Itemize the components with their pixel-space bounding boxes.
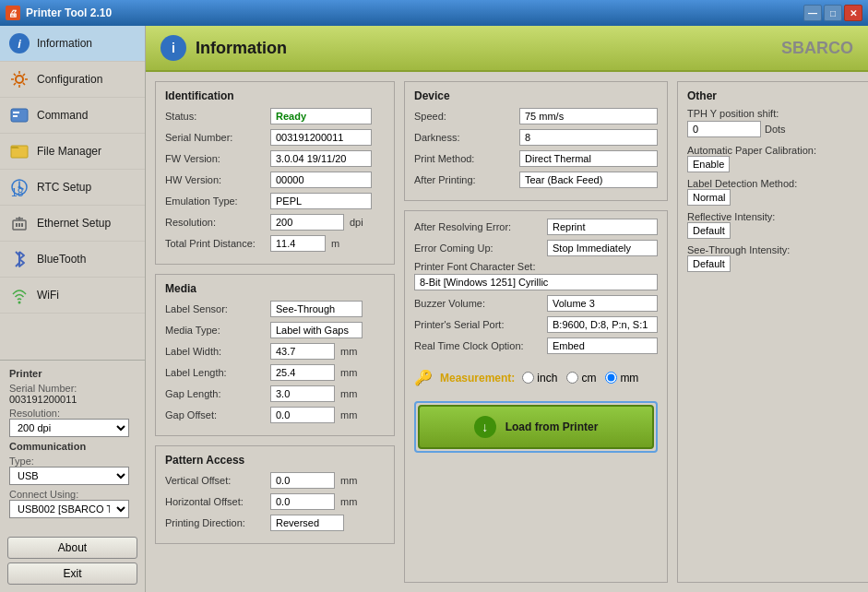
label-width-label: Label Width:	[165, 346, 267, 357]
media-type-value: Label with Gaps	[270, 322, 363, 338]
cm-option[interactable]: cm	[566, 372, 596, 385]
gap-length-value: 3.0	[270, 385, 335, 402]
print-distance-value: 11.4	[270, 235, 326, 252]
buzzer-value: Volume 3	[547, 295, 658, 312]
maximize-button[interactable]: □	[824, 5, 842, 21]
inch-option[interactable]: inch	[522, 372, 557, 385]
label-length-row: Label Length: 25.4 mm	[165, 364, 385, 381]
sidebar-item-command[interactable]: Command	[0, 98, 145, 134]
printing-direction-value: Reversed	[270, 515, 344, 531]
load-from-printer-button[interactable]: ↓ Load from Printer	[418, 405, 654, 449]
reflect-label: Reflective Intensity:	[687, 211, 861, 222]
gap-length-label: Gap Length:	[165, 388, 267, 399]
cm-label: cm	[581, 372, 596, 385]
fw-label: FW Version:	[165, 153, 267, 164]
pattern-access-title: Pattern Access	[165, 454, 385, 467]
rtc-option-value: Embed	[547, 337, 658, 354]
inch-label: inch	[537, 372, 557, 385]
sidebar-item-configuration[interactable]: Configuration	[0, 62, 145, 98]
label-width-row: Label Width: 43.7 mm	[165, 343, 385, 360]
hw-label: HW Version:	[165, 174, 267, 185]
sidebar-item-file-manager[interactable]: File Manager	[0, 134, 145, 170]
inch-radio[interactable]	[522, 372, 534, 384]
auto-paper-value: Enable	[687, 156, 730, 172]
minimize-button[interactable]: —	[803, 5, 822, 21]
exit-button[interactable]: Exit	[7, 562, 137, 585]
gap-offset-label: Gap Offset:	[165, 409, 267, 420]
resolution-dropdown[interactable]: 200 dpi 300 dpi	[9, 419, 129, 437]
label-length-unit: mm	[340, 367, 357, 378]
label-detect-field: Label Detection Method: Normal	[687, 178, 861, 204]
status-label: Status:	[165, 111, 267, 122]
reflect-intensity-field: Reflective Intensity: Default	[687, 211, 861, 237]
sidebar-item-information[interactable]: i Information	[0, 26, 145, 62]
label-width-unit: mm	[340, 346, 357, 357]
seethrough-value: Default	[687, 255, 731, 272]
horizontal-offset-unit: mm	[340, 496, 357, 507]
device-extra-section: After Resolving Error: Reprint Error Com…	[404, 210, 668, 583]
measurement-options: inch cm mm	[522, 372, 638, 385]
other-title: Other	[687, 89, 861, 102]
sidebar-label-rtc-setup: RTC Setup	[37, 181, 91, 194]
connect-dropdown[interactable]: USB002 [SBARCO T-	[9, 500, 129, 518]
sidebar-item-wifi[interactable]: WiFi	[0, 278, 145, 314]
sidebar-item-bluetooth[interactable]: BlueTooth	[0, 242, 145, 278]
cm-radio[interactable]	[566, 372, 578, 384]
after-resolving-label: After Resolving Error:	[414, 221, 543, 232]
identification-title: Identification	[165, 89, 385, 102]
printing-direction-row: Printing Direction: Reversed	[165, 515, 385, 531]
printing-direction-label: Printing Direction:	[165, 517, 267, 528]
emulation-value: PEPL	[270, 193, 372, 209]
identification-section: Identification Status: Ready Serial Numb…	[155, 81, 395, 265]
label-length-value: 25.4	[270, 364, 335, 381]
resolution-unit: dpi	[350, 217, 363, 228]
type-dropdown[interactable]: USB Serial Ethernet	[9, 467, 129, 485]
status-row: Status: Ready	[165, 108, 385, 124]
titlebar: 🖨 Printer Tool 2.10 — □ ✕	[0, 0, 868, 26]
rtc-option-label: Real Time Clock Option:	[414, 340, 543, 351]
sidebar-action-buttons: About Exit	[0, 529, 145, 592]
media-title: Media	[165, 282, 385, 295]
after-printing-value: Tear (Back Feed)	[519, 172, 658, 188]
font-charset-label: Printer Font Character Set:	[414, 261, 543, 272]
gap-offset-value: 0.0	[270, 407, 335, 423]
gap-length-row: Gap Length: 3.0 mm	[165, 385, 385, 402]
tph-field: TPH Y position shift: 0 Dots	[687, 108, 861, 137]
tph-unit: Dots	[765, 124, 786, 135]
tph-label: TPH Y position shift:	[687, 108, 861, 119]
svg-text:18: 18	[11, 186, 24, 197]
resolution-row: Resolution: 200 dpi	[165, 214, 385, 231]
resolution-label: Resolution:	[9, 408, 136, 419]
mm-radio[interactable]	[605, 372, 617, 384]
rtc-setup-icon: 18	[9, 177, 30, 197]
buzzer-row: Buzzer Volume: Volume 3	[414, 295, 658, 312]
sidebar-item-rtc-setup[interactable]: 18 RTC Setup	[0, 170, 145, 206]
window-title: Printer Tool 2.10	[26, 6, 798, 19]
error-coming-value: Stop Immediately	[547, 240, 658, 256]
resolution-field-label: Resolution:	[165, 217, 267, 228]
horizontal-offset-value: 0.0	[270, 493, 335, 510]
command-icon	[9, 105, 30, 125]
speed-row: Speed: 75 mm/s	[414, 108, 658, 124]
gap-length-unit: mm	[340, 388, 357, 399]
information-icon: i	[9, 33, 30, 53]
print-method-row: Print Method: Direct Thermal	[414, 150, 658, 167]
close-button[interactable]: ✕	[844, 5, 862, 21]
about-button[interactable]: About	[7, 537, 137, 559]
label-width-value: 43.7	[270, 343, 335, 360]
font-charset-value: 8-Bit [Windows 1251] Cyrillic	[414, 274, 658, 290]
other-section: Other TPH Y position shift: 0 Dots Autom…	[677, 81, 868, 583]
load-button-container: ↓ Load from Printer	[414, 401, 658, 453]
rtc-option-row: Real Time Clock Option: Embed	[414, 337, 658, 354]
type-label: Type:	[9, 456, 136, 467]
serial-label: Serial Number:	[165, 132, 267, 143]
svg-rect-2	[13, 112, 19, 113]
fw-row: FW Version: 3.0.04 19/11/20	[165, 150, 385, 167]
pattern-access-section: Pattern Access Vertical Offset: 0.0 mm H…	[155, 445, 395, 544]
buzzer-label: Buzzer Volume:	[414, 298, 543, 309]
sidebar-item-ethernet-setup[interactable]: Ethernet Setup	[0, 206, 145, 242]
mm-option[interactable]: mm	[605, 372, 638, 385]
label-sensor-value: See-Through	[270, 301, 363, 317]
sidebar-label-bluetooth: BlueTooth	[37, 253, 86, 266]
after-resolving-row: After Resolving Error: Reprint	[414, 219, 658, 235]
